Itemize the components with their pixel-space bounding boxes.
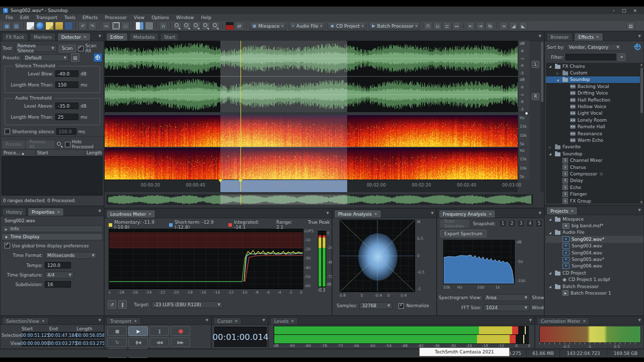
- spectrogram-view-select[interactable]: Area▼: [484, 294, 530, 301]
- close-icon[interactable]: ✕: [583, 319, 586, 323]
- scan-selection-button[interactable]: Scan Selection: [440, 220, 469, 227]
- close-icon[interactable]: ✕: [571, 209, 574, 213]
- reset-icon[interactable]: ↺: [108, 300, 116, 309]
- tab-fx-rack[interactable]: FX Rack: [2, 33, 28, 41]
- close-icon[interactable]: ✕: [489, 212, 492, 216]
- playback-cursor[interactable]: [240, 41, 241, 192]
- favorite-star-icon[interactable]: ☆: [599, 171, 603, 176]
- tree-item[interactable]: Warm Echo: [546, 137, 640, 143]
- panel-menu-icon[interactable]: ▼: [431, 211, 434, 215]
- length-more-input[interactable]: 150: [55, 81, 78, 88]
- zoom-out-icon[interactable]: [173, 22, 182, 30]
- title-bar[interactable]: S Song002.wav* - Soundop – □ ×: [0, 7, 644, 14]
- close-icon[interactable]: ✕: [84, 35, 87, 39]
- next-marker-icon[interactable]: ⇥: [476, 22, 485, 30]
- tree-item[interactable]: Light Vocal: [546, 110, 640, 117]
- snapshot-button[interactable]: 5: [535, 220, 543, 227]
- info-section-header[interactable]: ▶Info: [2, 225, 103, 232]
- layout-panels-icon[interactable]: ▤: [626, 22, 635, 30]
- level-above-input[interactable]: -35.0: [55, 103, 78, 109]
- tempo-input[interactable]: 120.0: [45, 262, 71, 268]
- tab-history[interactable]: History: [2, 208, 26, 216]
- subdivision-input[interactable]: 16: [45, 281, 71, 288]
- scan-button[interactable]: Scan: [59, 45, 76, 52]
- selection-start-value[interactable]: 00:00:51.125: [22, 332, 48, 338]
- col-length[interactable]: Length: [85, 150, 102, 156]
- selection-start-handle[interactable]: [218, 179, 222, 183]
- play-button[interactable]: ▶: [128, 326, 148, 336]
- loop-region-icon[interactable]: ⇆: [486, 22, 494, 30]
- close-icon[interactable]: ✕: [42, 319, 45, 323]
- tab-selection-view[interactable]: Selection/View✕: [2, 317, 49, 324]
- new-file-icon[interactable]: [26, 22, 35, 30]
- tree-item[interactable]: » Song006.wav: [546, 263, 643, 269]
- audio-file-dropdown[interactable]: »Audio File▾: [289, 22, 325, 30]
- menu-item[interactable]: File: [2, 15, 17, 20]
- cursor-time-display[interactable]: 00:01:00.014: [214, 327, 267, 347]
- panel-menu-icon[interactable]: ▼: [638, 318, 641, 322]
- use-global-checkbox[interactable]: [5, 243, 10, 248]
- tree-item[interactable]: » Song005.wav*: [546, 256, 643, 262]
- paste-icon[interactable]: ▤: [121, 22, 130, 30]
- undo-icon[interactable]: ↶: [78, 22, 87, 30]
- tree-item[interactable]: ◢ Mixspace: [546, 216, 643, 222]
- tab-start[interactable]: Start: [160, 33, 179, 41]
- presets-select[interactable]: Default▼: [23, 54, 69, 61]
- menu-item[interactable]: Effects: [79, 15, 102, 20]
- trim-icon[interactable]: ⊏: [443, 22, 451, 30]
- tree-item[interactable]: » Song002.wav*: [546, 236, 643, 242]
- tree-item[interactable]: ◢ Batch Processor: [546, 283, 643, 290]
- channel-swap-icon[interactable]: ⇄: [235, 22, 244, 30]
- close-icon[interactable]: ✕: [57, 210, 60, 214]
- time-format-select[interactable]: Milliseconds▼: [45, 252, 97, 259]
- view-end-value[interactable]: 00:03:03.275: [49, 340, 76, 346]
- panel-menu-icon[interactable]: ▼: [263, 318, 265, 322]
- fade-out-icon[interactable]: ◣: [519, 22, 527, 30]
- go-to-start-button[interactable]: ▮◀: [128, 337, 148, 347]
- tab-markers[interactable]: Markers: [30, 33, 56, 41]
- align-end-icon[interactable]: ⊔: [433, 22, 442, 30]
- tab-properties[interactable]: Properties✕: [28, 208, 64, 216]
- expander-icon[interactable]: ◢: [549, 271, 553, 275]
- expander-icon[interactable]: ▷: [556, 71, 560, 75]
- export-spectrum-button[interactable]: Export Spectrum: [440, 230, 487, 237]
- copy-icon[interactable]: [112, 22, 120, 30]
- panel-menu-icon[interactable]: ▼: [327, 211, 329, 215]
- panel-menu-icon[interactable]: ▼: [638, 34, 641, 38]
- snapshot-button[interactable]: 3: [517, 220, 525, 227]
- overview-selection[interactable]: [220, 195, 347, 205]
- redo-icon[interactable]: ↷: [88, 22, 97, 30]
- expander-icon[interactable]: ▷: [549, 145, 553, 149]
- close-icon[interactable]: ✕: [291, 319, 294, 323]
- close-icon[interactable]: ✕: [235, 319, 238, 323]
- fast-forward-button[interactable]: ▶▶: [171, 337, 190, 347]
- tab-cursor[interactable]: Cursor✕: [213, 317, 242, 324]
- panel-menu-icon[interactable]: ▼: [99, 209, 101, 213]
- panel-menu-icon[interactable]: ▼: [99, 318, 101, 322]
- pause-meter-icon[interactable]: ‖: [118, 300, 127, 309]
- tab-frequency-analysis[interactable]: Frequency Analysis✕: [439, 210, 496, 218]
- tree-item[interactable]: S Delay: [546, 177, 640, 184]
- prev-marker-icon[interactable]: ⇤: [466, 22, 475, 30]
- selection-end-value[interactable]: 00:01:47.184: [49, 332, 76, 338]
- tab-transport[interactable]: Transport✕: [106, 317, 141, 324]
- cut-icon[interactable]: ✂: [102, 22, 111, 30]
- col-processed[interactable]: Proce...▲: [2, 150, 36, 156]
- effects-settings-gear-icon[interactable]: [635, 44, 641, 50]
- mixspace-dropdown[interactable]: ▦Mixspace▾: [250, 22, 286, 30]
- tree-item[interactable]: Hollow Voice: [546, 103, 640, 110]
- record-button[interactable]: ●: [171, 326, 190, 336]
- minimize-button[interactable]: –: [612, 8, 615, 13]
- tree-item[interactable]: ▷ Favorite: [546, 144, 640, 150]
- menu-item[interactable]: Edit: [17, 15, 32, 20]
- scan-all-checkbox[interactable]: [78, 46, 84, 51]
- fade-in-icon[interactable]: ◢: [509, 22, 518, 30]
- expander-icon[interactable]: ◢: [549, 152, 553, 155]
- tree-item[interactable]: ◉ CD Project 1.scdpf: [546, 277, 643, 283]
- spectrum-chart[interactable]: [443, 240, 515, 284]
- menu-item[interactable]: Help: [197, 15, 215, 20]
- selection-overlay-spec[interactable]: [220, 115, 347, 179]
- tree-item[interactable]: Drifting Voice: [546, 90, 640, 97]
- cursor-handle[interactable]: [238, 179, 243, 183]
- loudness-history-chart[interactable]: [109, 229, 303, 289]
